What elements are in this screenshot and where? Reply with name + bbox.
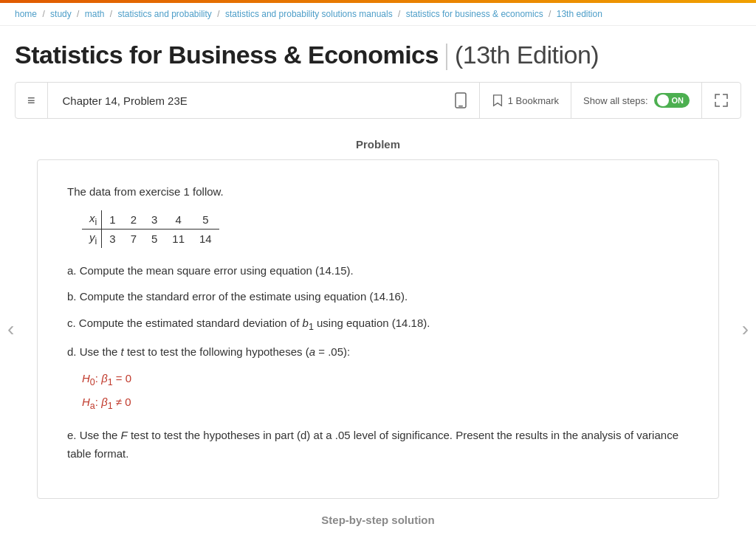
y-val-4: 11: [165, 229, 192, 248]
problem-card: The data from exercise 1 follow. xi 1 2 …: [37, 159, 719, 499]
breadcrumb-sep-2: /: [77, 9, 82, 19]
y-subscript: i: [95, 236, 97, 246]
b1-var: b: [303, 317, 309, 329]
part-d-text: Use the t test to test the following hyp…: [80, 345, 350, 358]
y-var: y: [89, 231, 95, 244]
beta1-null-sub: 1: [108, 377, 113, 387]
ha-label: H: [82, 396, 90, 408]
menu-icon[interactable]: ≡: [16, 83, 48, 118]
breadcrumb-stats-prob[interactable]: statistics and probability: [117, 9, 211, 19]
beta1-alt: β: [101, 396, 108, 408]
hypotheses-block: H0: β1 = 0 Ha: β1 ≠ 0: [82, 368, 689, 415]
breadcrumb-study[interactable]: study: [50, 9, 72, 19]
problem-part-e: e. Use the F test to test the hypotheses…: [67, 426, 689, 463]
bookmark-icon-svg: [492, 94, 504, 107]
breadcrumb-sep-1: /: [42, 9, 47, 19]
breadcrumb-math[interactable]: math: [85, 9, 105, 19]
toggle-circle: [657, 94, 669, 106]
table-row-y: yi 3 7 5 11 14: [82, 229, 219, 248]
part-b-label: b.: [67, 290, 80, 303]
h0-label: H: [82, 372, 90, 384]
x-header: xi: [82, 210, 102, 230]
expand-button[interactable]: [702, 83, 740, 118]
h0-subscript: 0: [90, 377, 95, 387]
page-title: Statistics for Business & Economics(13th…: [0, 26, 756, 82]
phone-icon[interactable]: [442, 83, 480, 118]
part-c-label: c.: [67, 317, 79, 329]
data-table: xi 1 2 3 4 5 yi 3 7 5 11 14: [82, 210, 219, 248]
part-d-label: d.: [67, 345, 80, 358]
x-subscript: i: [95, 217, 97, 227]
breadcrumb-book[interactable]: statistics for business & economics: [406, 9, 543, 19]
problem-part-b: b. Compute the standard error of the est…: [67, 287, 689, 306]
y-val-2: 7: [123, 229, 144, 248]
step-footer: Step-by-step solution: [15, 499, 741, 534]
page-title-edition: (13th Edition): [455, 41, 599, 69]
breadcrumb-edition[interactable]: 13th edition: [557, 9, 602, 19]
title-divider: [446, 44, 447, 70]
bookmark-count-label: 1 Bookmark: [508, 95, 559, 106]
x-var: x: [89, 212, 95, 224]
table-row-x: xi 1 2 3 4 5: [82, 210, 219, 230]
x-val-4: 4: [165, 210, 192, 230]
f-var: F: [121, 429, 128, 441]
nav-prev-button[interactable]: ‹: [7, 317, 14, 341]
chapter-label: Chapter 14, Problem 23E: [48, 94, 442, 107]
part-c-text: Compute the estimated standard deviation…: [79, 317, 430, 329]
breadcrumb-home[interactable]: home: [15, 9, 37, 19]
breadcrumb-sep-4: /: [217, 9, 222, 19]
content-area: Problem ‹ The data from exercise 1 follo…: [0, 119, 756, 534]
breadcrumb-solutions[interactable]: statistics and probability solutions man…: [225, 9, 393, 19]
show-steps-toggle[interactable]: ON: [654, 93, 690, 108]
breadcrumb-sep-5: /: [398, 9, 403, 19]
breadcrumb-sep-3: /: [110, 9, 115, 19]
part-a-text: Compute the mean square error using equa…: [80, 264, 354, 277]
toggle-state-label: ON: [672, 96, 684, 105]
hamburger-icon: ≡: [27, 93, 35, 108]
page-title-main: Statistics for Business & Economics: [15, 41, 439, 69]
nav-next-button[interactable]: ›: [742, 317, 749, 341]
part-b-text: Compute the standard error of the estima…: [80, 290, 408, 303]
beta1-null: β: [101, 372, 108, 384]
chapter-toolbar: ≡ Chapter 14, Problem 23E 1 Bookmark Sho…: [15, 82, 741, 119]
null-hypothesis: H0: β1 = 0: [82, 368, 689, 392]
x-val-5: 5: [192, 210, 219, 230]
part-a-label: a.: [67, 264, 80, 277]
problem-card-wrapper: ‹ The data from exercise 1 follow. xi 1 …: [15, 159, 741, 499]
expand-icon-svg: [714, 93, 729, 108]
x-val-3: 3: [144, 210, 165, 230]
x-val-1: 1: [102, 210, 123, 230]
problem-part-c: c. Compute the estimated standard deviat…: [67, 314, 689, 335]
y-val-5: 14: [192, 229, 219, 248]
y-val-3: 5: [144, 229, 165, 248]
bookmark-area[interactable]: 1 Bookmark: [480, 83, 571, 118]
svg-rect-1: [458, 106, 463, 107]
part-e-label: e.: [67, 429, 80, 441]
part-e-text: Use the F test to test the hypotheses in…: [67, 429, 678, 460]
x-val-2: 2: [123, 210, 144, 230]
t-var: t: [121, 345, 124, 358]
show-steps-area: Show all steps: ON: [571, 83, 702, 118]
problem-section-header: Problem: [15, 126, 741, 159]
ha-subscript: a: [90, 401, 95, 411]
problem-intro: The data from exercise 1 follow.: [67, 182, 689, 201]
y-header: yi: [82, 229, 102, 248]
show-steps-label: Show all steps:: [583, 95, 647, 106]
breadcrumb-sep-6: /: [549, 9, 554, 19]
problem-part-a: a. Compute the mean square error using e…: [67, 261, 689, 280]
y-val-1: 3: [102, 229, 123, 248]
beta1-alt-sub: 1: [108, 401, 113, 411]
breadcrumb: home / study / math / statistics and pro…: [0, 3, 756, 26]
alt-hypothesis: Ha: β1 ≠ 0: [82, 392, 689, 415]
b1-subscript: 1: [309, 322, 314, 332]
mobile-icon-svg: [454, 92, 467, 108]
alpha-var: a: [309, 345, 315, 358]
problem-part-d: d. Use the t test to test the following …: [67, 342, 689, 362]
